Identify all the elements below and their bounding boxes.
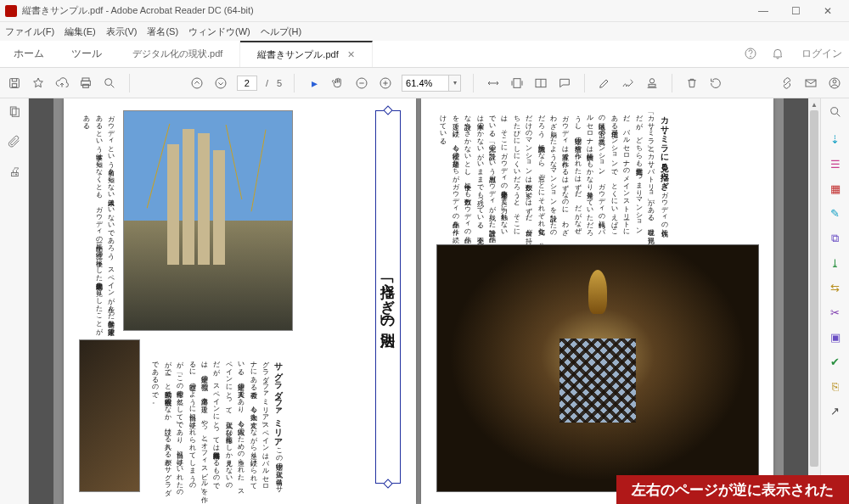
svg-point-7 [105, 78, 112, 85]
menu-help[interactable]: ヘルプ(H) [261, 25, 301, 38]
svg-point-14 [649, 78, 654, 82]
export-pdf-icon[interactable]: ⇣ [830, 133, 840, 146]
rail-search-icon[interactable] [829, 105, 842, 121]
close-button[interactable]: ✕ [812, 0, 844, 22]
fill-sign-icon[interactable]: ✔ [830, 356, 840, 368]
tab-doc-1[interactable]: 縦書きサンプル.pdf ✕ [240, 41, 372, 67]
menu-file[interactable]: ファイル(F) [5, 25, 54, 38]
pointer-icon[interactable]: ▸ [306, 76, 322, 91]
maximize-button[interactable]: ☐ [779, 0, 812, 22]
menu-sign[interactable]: 署名(S) [147, 25, 178, 38]
tabs-row: ホーム ツール デジタル化の現状.pdf 縦書きサンプル.pdf ✕ ログイン [0, 41, 849, 68]
upload-cloud-icon[interactable] [54, 76, 70, 91]
send-icon[interactable]: ↗ [830, 405, 840, 417]
print-icon[interactable] [78, 76, 93, 91]
page-up-icon[interactable] [189, 76, 205, 91]
left-page-top-text: ガウディという名前を知らない日本人はいないであろう。スペインが産んだ世界的な建築… [79, 110, 116, 331]
tab-home[interactable]: ホーム [0, 41, 58, 67]
page-left: 「揺らぎ」の法則 ガウディという名前を知らない日本人はいないであろう。スペインが… [64, 98, 416, 504]
bookmarks-panel-icon[interactable]: 🖨 [8, 165, 20, 178]
scroll-up-icon[interactable]: ▲ [808, 98, 820, 110]
svg-rect-12 [514, 78, 520, 87]
titlebar: 縦書きサンプル.pdf - Adobe Acrobat Reader DC (6… [0, 0, 849, 22]
tab-doc-label: デジタル化の現状.pdf [132, 48, 222, 60]
account-icon[interactable] [827, 76, 842, 91]
photo-sagrada-familia [123, 110, 293, 331]
login-button[interactable]: ログイン [795, 41, 849, 67]
page-down-icon[interactable] [213, 76, 228, 91]
search-icon[interactable] [102, 76, 117, 91]
photo-interior-small [79, 339, 140, 492]
svg-point-21 [830, 108, 837, 115]
left-section-title: サグラダ・ファミリア [274, 356, 284, 441]
tab-doc-0[interactable]: デジタル化の現状.pdf [115, 41, 240, 67]
headline-text: 「揺らぎ」の法則 [379, 273, 398, 322]
redact-icon[interactable]: ✂ [830, 306, 840, 319]
stamp-icon[interactable] [644, 76, 660, 91]
document-viewport[interactable]: 「揺らぎ」の法則 ガウディという名前を知らない日本人はいないであろう。スペインが… [29, 98, 808, 504]
svg-rect-6 [83, 84, 89, 87]
create-pdf-icon[interactable]: ▦ [830, 182, 841, 195]
page-number-input[interactable] [237, 76, 257, 91]
menubar: ファイル(F) 編集(E) 表示(V) 署名(S) ウィンドウ(W) ヘルプ(H… [0, 22, 849, 41]
comment-icon[interactable] [557, 76, 572, 91]
svg-point-18 [833, 80, 836, 83]
vertical-scrollbar[interactable]: ▲ ▼ [808, 98, 820, 504]
highlight-icon[interactable] [597, 76, 612, 91]
menu-view[interactable]: 表示(V) [106, 25, 138, 38]
zoom-input[interactable] [402, 75, 449, 92]
tab-doc-label: 縦書きサンプル.pdf [257, 48, 338, 61]
fit-page-icon[interactable] [509, 76, 525, 91]
rotate-icon[interactable] [708, 76, 723, 91]
zoom-out-icon[interactable] [354, 76, 369, 91]
compress-icon[interactable]: ⇆ [830, 282, 840, 294]
menu-edit[interactable]: 編集(E) [65, 25, 96, 38]
svg-point-1 [751, 55, 751, 56]
attachments-panel-icon[interactable] [8, 135, 21, 151]
svg-rect-16 [806, 80, 816, 87]
zoom-in-icon[interactable] [378, 76, 393, 91]
page-total: 5 [277, 78, 282, 88]
menu-window[interactable]: ウィンドウ(W) [188, 25, 250, 38]
toolbar: / 5 ▸ ▾ [0, 68, 849, 98]
thumbnails-panel-icon[interactable] [8, 105, 21, 121]
bell-icon[interactable] [771, 47, 784, 62]
comment-tool-icon[interactable]: ✎ [830, 207, 840, 220]
delete-icon[interactable] [684, 76, 700, 91]
right-section-title: カサ・ミラに見る揺らぎ [660, 110, 669, 185]
help-icon[interactable] [744, 47, 757, 62]
tab-close-icon[interactable]: ✕ [347, 49, 355, 60]
sign-icon[interactable] [621, 76, 636, 91]
right-tools-rail: ⇣ ☰ ▦ ✎ ⧉ ⤓ ⇆ ✂ ▣ ✔ ⎘ ↗ [820, 98, 849, 504]
left-page-bottom-text: サグラダ・ファミリア この建物の正式な名前は「サグラダ・ファミリア」スペインはバ… [149, 356, 286, 492]
read-mode-icon[interactable] [533, 76, 548, 91]
headline-band: 「揺らぎ」の法則 [375, 110, 401, 484]
protect-icon[interactable]: ▣ [830, 331, 841, 344]
window-controls: ― ☐ ✕ [747, 0, 844, 22]
main-area: 🖨 「揺らぎ」の法則 ガウディという名前を知らない日本人はいないであろう。スペイ… [0, 98, 849, 504]
scrollbar-thumb[interactable] [810, 110, 818, 467]
fit-width-icon[interactable] [486, 76, 501, 91]
tab-tools[interactable]: ツール [58, 41, 115, 67]
star-icon[interactable] [31, 76, 46, 91]
right-page-text: カサ・ミラに見る揺らぎ ガウディの代表作に「カサ・ミラ」と「カサ・バトリョ」があ… [436, 110, 672, 238]
page-right: カサ・ミラに見る揺らぎ ガウディの代表作に「カサ・ミラ」と「カサ・バトリョ」があ… [421, 98, 773, 504]
svg-point-9 [216, 78, 226, 88]
page-spread: 「揺らぎ」の法則 ガウディという名前を知らない日本人はいないであろう。スペインが… [53, 98, 784, 504]
svg-rect-19 [10, 107, 16, 115]
zoom-dropdown-icon[interactable]: ▾ [449, 75, 461, 92]
hand-icon[interactable] [330, 76, 346, 91]
mail-icon[interactable] [803, 76, 818, 91]
svg-rect-20 [12, 109, 19, 116]
app-icon [5, 5, 17, 17]
organize-icon[interactable]: ⤓ [830, 257, 840, 270]
more-tools-icon[interactable]: ⎘ [832, 380, 839, 393]
photo-casa-interior [436, 244, 759, 492]
minimize-button[interactable]: ― [747, 0, 779, 22]
left-nav-rail: 🖨 [0, 98, 29, 504]
window-title: 縦書きサンプル.pdf - Adobe Acrobat Reader DC (6… [22, 4, 747, 17]
edit-pdf-icon[interactable]: ☰ [830, 158, 841, 171]
link-icon[interactable] [779, 76, 795, 91]
combine-icon[interactable]: ⧉ [831, 232, 839, 245]
save-icon[interactable] [7, 76, 22, 91]
